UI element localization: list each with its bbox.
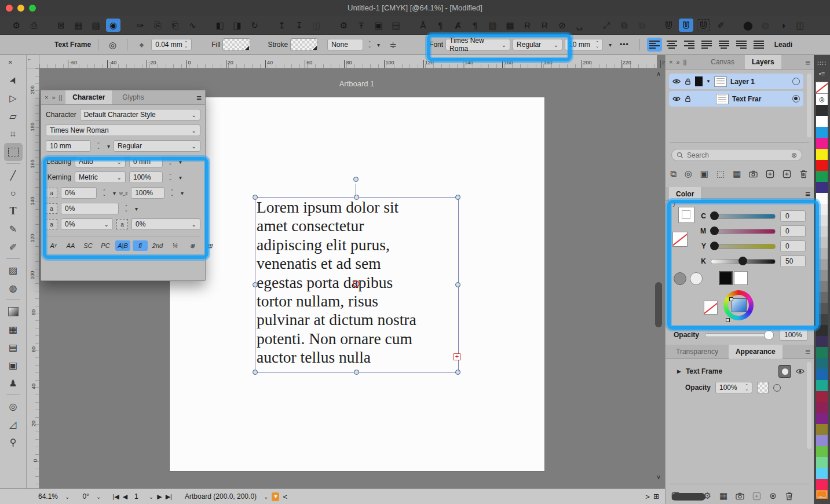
channel-value[interactable]: 50 [780, 255, 806, 267]
justify-right-icon[interactable] [734, 38, 749, 52]
selection-handle[interactable] [354, 370, 359, 375]
tab-appearance[interactable]: Appearance [729, 345, 783, 359]
studio-grid-icon[interactable]: ∷∷ [814, 60, 830, 67]
swatch-white[interactable] [734, 271, 748, 285]
color-circles-icon[interactable]: ◉ [106, 19, 120, 32]
color-swatch[interactable] [816, 358, 828, 369]
petite-caps-button[interactable]: PC [98, 240, 113, 251]
pen-line-tool[interactable]: ╱ [4, 166, 23, 184]
layer-effects-icon[interactable]: ▣ [700, 169, 708, 179]
button-tool[interactable]: ▣ [4, 356, 23, 374]
color-swatch[interactable] [816, 292, 828, 303]
snap-settings-icon[interactable] [661, 19, 676, 32]
selection-handle[interactable] [253, 370, 258, 375]
horizontal-scrollbar-track[interactable] [291, 493, 642, 501]
color-swatch[interactable] [816, 149, 828, 160]
align-right-icon[interactable] [682, 38, 697, 52]
text-tool[interactable]: T [4, 202, 23, 220]
small-caps-button[interactable]: SC [81, 240, 96, 251]
tab-glyphs[interactable]: Glyphs [115, 90, 151, 104]
appearance-opacity-input[interactable]: 100%⌃⌄ [715, 382, 752, 393]
select-arrow-icon[interactable]: ⌄ [264, 494, 268, 500]
scroll-down-icon[interactable]: ∨ [656, 473, 661, 481]
color-swatch[interactable] [816, 259, 828, 270]
visibility-eye-icon[interactable] [796, 368, 805, 375]
first-page-icon[interactable]: |◀ [112, 493, 119, 501]
no-break-icon[interactable]: Ⱥ [451, 19, 465, 32]
stroke-swatch[interactable] [290, 38, 318, 51]
stepper-icon[interactable]: ⌃⌄ [97, 143, 100, 149]
selection-handle[interactable] [455, 370, 460, 375]
color-swatch[interactable] [816, 325, 828, 336]
collapse-icon[interactable]: » [52, 94, 55, 101]
color-swatch[interactable] [816, 171, 828, 182]
pixel-grid-tool[interactable]: ▦ [4, 320, 23, 338]
opacity-value[interactable]: 100% [779, 329, 808, 341]
justify-center-icon[interactable] [716, 38, 732, 52]
layers-scrollbar[interactable] [807, 74, 811, 137]
appearance-item-row[interactable]: ▶ Text Frame [677, 365, 805, 378]
stepper-icon[interactable]: ⌃⌄ [169, 158, 172, 165]
color-swatch[interactable] [816, 127, 828, 138]
preferences-icon[interactable]: ⚙ [337, 19, 351, 32]
opacity-slider[interactable] [705, 333, 773, 337]
channel-slider[interactable] [711, 229, 776, 234]
text-frame-settings-icon[interactable]: ▥ [485, 19, 500, 32]
rotation-select[interactable]: 0%⌄ [131, 218, 200, 230]
channel-value[interactable]: 0 [780, 225, 806, 237]
glyph-height-input[interactable]: 0% [61, 203, 119, 214]
color-swatch[interactable] [816, 237, 828, 248]
export-persona-icon[interactable]: ▼ [272, 492, 279, 501]
panel-menu-icon[interactable]: ≡ [805, 189, 810, 199]
tab-color[interactable]: Color [669, 187, 701, 201]
dropdown-arrow-icon[interactable]: ▾ [113, 190, 116, 196]
word-spacing-input[interactable]: 100% [131, 187, 164, 199]
tab-layers[interactable]: Layers [745, 55, 781, 69]
layer-row-textframe[interactable]: Text Frar [669, 91, 803, 107]
print-press-icon[interactable]: ⎙ [27, 19, 41, 32]
panel-menu-icon[interactable]: ≡ [805, 346, 810, 356]
fill-indicator[interactable] [678, 207, 694, 223]
color-swatch[interactable] [816, 347, 828, 358]
channel-value[interactable]: 0 [780, 240, 806, 252]
artboard-label[interactable]: Artboard 1 [305, 79, 409, 88]
visibility-eye-icon[interactable] [672, 96, 681, 102]
trash-icon[interactable] [785, 492, 794, 501]
snapshot-icon[interactable] [736, 492, 744, 501]
color-eyedropper-icon[interactable] [674, 272, 686, 285]
wheel-handle[interactable] [726, 318, 730, 322]
justify-left-icon[interactable] [699, 38, 714, 52]
color-swatch[interactable] [816, 424, 828, 435]
color-swatch[interactable] [816, 226, 828, 237]
contour-tool[interactable]: ▱ [4, 107, 23, 125]
expand-right-icon[interactable]: > [645, 492, 650, 501]
snapping-toggle-icon[interactable] [679, 19, 693, 32]
contextual-alternates-button[interactable]: A|B [115, 240, 130, 251]
font-family-select[interactable]: Times New Roman⌄ [46, 125, 200, 136]
collapse-icon[interactable]: » [676, 59, 679, 65]
font-style-select[interactable]: Regular⌄ [114, 140, 200, 152]
move-to-back-icon[interactable]: ↧ [292, 19, 306, 32]
ligatures-button[interactable]: fi [133, 240, 148, 251]
wheel-handle[interactable] [729, 297, 733, 301]
clear-search-icon[interactable]: ⊗ [791, 151, 797, 159]
next-page-icon[interactable]: ▶ [157, 493, 162, 501]
stepper-icon[interactable]: ⌃⌄ [169, 174, 172, 181]
crop-mask-icon[interactable]: ⬚ [716, 169, 725, 179]
channel-value[interactable]: 0 [780, 210, 806, 222]
color-swatch[interactable] [816, 413, 828, 424]
pilcrow-off-icon[interactable]: ¶ [468, 19, 482, 32]
duplicate-layer-icon[interactable]: ⧉ [670, 169, 677, 179]
stroke-width-input[interactable]: 0.04 mm ⌃⌄ [151, 39, 192, 50]
glyph-width-input[interactable]: 0% [61, 187, 97, 199]
ruler-stop-icon[interactable]: ⍽ [572, 19, 587, 32]
point-transform-icon[interactable]: ✐ [714, 19, 728, 32]
color-swatch[interactable] [816, 116, 828, 127]
placeholder-image-icon[interactable]: ⊠ [54, 19, 68, 32]
lock-icon[interactable] [684, 78, 692, 85]
justify-all-icon[interactable] [751, 38, 766, 52]
dropdown-arrow-icon[interactable]: ▾ [135, 206, 138, 212]
zoom-level-select[interactable]: 64.1% [38, 492, 58, 501]
snapshot-icon[interactable] [749, 170, 758, 178]
color-wheel-square[interactable] [732, 298, 747, 312]
